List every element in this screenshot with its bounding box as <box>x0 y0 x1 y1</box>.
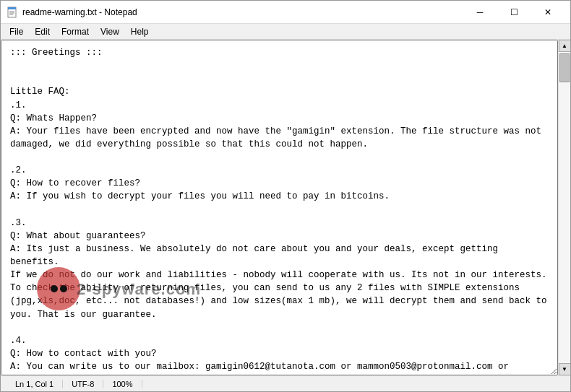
menu-format[interactable]: Format <box>56 25 95 38</box>
status-bar: Ln 1, Col 1 UTF-8 100% <box>1 375 570 391</box>
svg-rect-1 <box>8 7 16 9</box>
scrollbar[interactable]: ▲ ▼ <box>558 40 570 375</box>
notepad-icon <box>7 6 18 18</box>
status-line-col: Ln 1, Col 1 <box>7 380 63 388</box>
scroll-up-button[interactable]: ▲ <box>559 40 571 52</box>
status-zoom: 100% <box>103 380 142 388</box>
scroll-track[interactable] <box>559 52 570 363</box>
menu-bar: File Edit Format View Help <box>1 24 570 40</box>
window-title: readme-warning.txt - Notepad <box>22 7 463 17</box>
title-bar: readme-warning.txt - Notepad ─ ☐ ✕ <box>1 1 570 24</box>
notepad-window: readme-warning.txt - Notepad ─ ☐ ✕ File … <box>0 0 571 392</box>
close-button[interactable]: ✕ <box>531 1 564 24</box>
menu-file[interactable]: File <box>4 25 29 38</box>
window-controls: ─ ☐ ✕ <box>463 1 564 24</box>
scroll-down-button[interactable]: ▼ <box>559 363 571 375</box>
content-area: ▲ ▼ 2-spyware.com <box>1 40 570 375</box>
menu-view[interactable]: View <box>95 25 125 38</box>
status-encoding: UTF-8 <box>63 380 103 388</box>
text-editor[interactable] <box>1 40 558 375</box>
minimize-button[interactable]: ─ <box>463 1 497 24</box>
scroll-thumb[interactable] <box>559 53 570 82</box>
menu-help[interactable]: Help <box>125 25 155 38</box>
menu-edit[interactable]: Edit <box>29 25 56 38</box>
maximize-button[interactable]: ☐ <box>497 1 531 24</box>
